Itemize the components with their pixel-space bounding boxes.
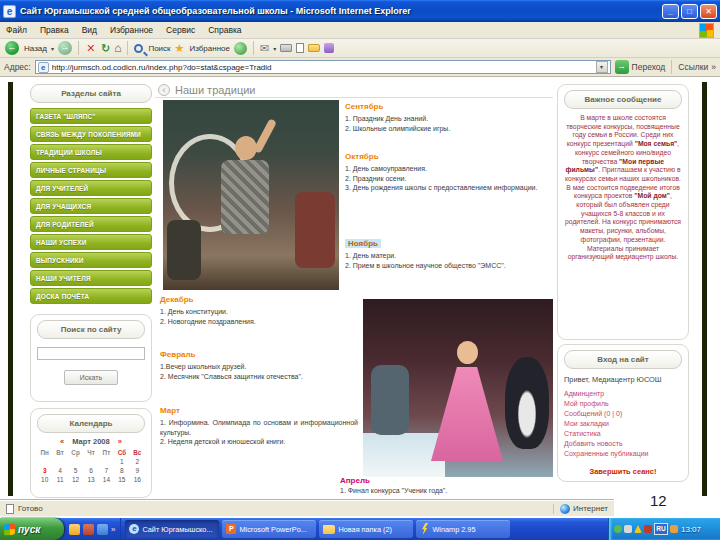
go-arrow-icon: → (615, 60, 629, 74)
task-ie-site[interactable]: e Сайт Юргамышско... (125, 520, 219, 538)
sidebar-item-dlya-uchaschihsya[interactable]: ДЛЯ УЧАЩИХСЯ (30, 198, 152, 214)
photo-figure (431, 367, 503, 461)
address-dropdown-icon[interactable]: ▾ (596, 61, 608, 73)
task-powerpoint[interactable]: P Microsoft PowerPo... (222, 520, 316, 538)
calendar-cell-today[interactable]: 3 (37, 467, 52, 474)
restore-button[interactable]: □ (681, 4, 698, 19)
menu-view[interactable]: Вид (82, 25, 97, 35)
calendar-cell[interactable]: 4 (52, 467, 67, 474)
menu-help[interactable]: Справка (208, 25, 241, 35)
calendar-cell[interactable]: 14 (99, 476, 114, 483)
link-saved-publications[interactable]: Сохраненные публикации (564, 449, 682, 459)
site-search-input[interactable] (37, 347, 145, 360)
calendar-cell[interactable]: 7 (99, 467, 114, 474)
menu-favorites[interactable]: Избранное (110, 25, 153, 35)
language-indicator[interactable]: RU (654, 523, 668, 535)
menu-edit[interactable]: Правка (40, 25, 69, 35)
site-search-button[interactable]: Искать (64, 370, 118, 385)
address-field[interactable]: e ▾ (35, 60, 611, 74)
tray-warning-icon[interactable] (634, 525, 642, 533)
mail-icon[interactable]: ✉ (260, 42, 269, 55)
back-label[interactable]: Назад (24, 44, 47, 53)
tray-icon[interactable] (644, 525, 652, 533)
close-button[interactable]: ✕ (700, 4, 717, 19)
sidebar-item-tradicii[interactable]: ТРАДИЦИИ ШКОЛЫ (30, 144, 152, 160)
favorites-label[interactable]: Избранное (189, 44, 230, 53)
sidebar-item-svyaz-pokoleniy[interactable]: СВЯЗЬ МЕЖДУ ПОКОЛЕНИЯМИ (30, 126, 152, 142)
tray-icon[interactable] (670, 525, 678, 533)
print-icon[interactable] (280, 44, 292, 52)
calendar-cell[interactable]: 6 (83, 467, 98, 474)
login-header: Вход на сайт (564, 350, 682, 369)
section-back-icon[interactable]: ‹ (158, 84, 170, 96)
link-admin-center[interactable]: Админцентр (564, 389, 682, 399)
photo-figure (167, 220, 201, 280)
folder-icon[interactable] (308, 44, 320, 52)
photo-figure (295, 192, 335, 268)
menu-file[interactable]: Файл (6, 25, 27, 35)
sidebar-item-vypuskniki[interactable]: ВЫПУСКНИКИ (30, 252, 152, 268)
calendar-header: Календарь (37, 414, 145, 433)
calendar-cell[interactable]: 12 (68, 476, 83, 483)
status-ready-text: Готово (18, 504, 43, 513)
tray-clock[interactable]: 13:07 (681, 525, 701, 534)
go-button[interactable]: → Переход (615, 60, 666, 74)
task-folder[interactable]: Новая папка (2) (319, 520, 413, 538)
link-statistics[interactable]: Статистика (564, 429, 682, 439)
stop-icon[interactable]: ✕ (85, 42, 97, 55)
calendar-cell[interactable]: 11 (52, 476, 67, 483)
calendar-cell[interactable]: 9 (130, 467, 145, 474)
link-messages[interactable]: Сообщений (0 | 0) (564, 409, 682, 419)
sidebar-item-dlya-uchiteley[interactable]: ДЛЯ УЧИТЕЛЕЙ (30, 180, 152, 196)
sidebar-item-doska-pochyota[interactable]: ДОСКА ПОЧЁТА (30, 288, 152, 304)
quick-launch-icon[interactable] (97, 524, 108, 535)
quick-launch-overflow-icon[interactable]: » (111, 525, 115, 534)
history-icon[interactable] (234, 42, 247, 55)
tray-icon[interactable] (614, 525, 622, 533)
start-button[interactable]: пуск (0, 518, 64, 540)
back-icon[interactable]: ← (5, 41, 19, 55)
sidebar-item-lichnye-stranicy[interactable]: ЛИЧНЫЕ СТРАНИЦЫ (30, 162, 152, 178)
refresh-icon[interactable]: ↻ (101, 42, 110, 55)
tradition-item: 1. Праздник День знаний. (345, 114, 553, 124)
tradition-item: 1. Финал конкурса "Ученик года". (340, 486, 555, 496)
back-dropdown-icon[interactable]: ▾ (51, 45, 54, 52)
ie-window-icon: e (3, 5, 16, 18)
logout-link[interactable]: Завершить сеанс! (564, 467, 682, 476)
messenger-icon[interactable] (324, 43, 334, 53)
tray-icon[interactable] (624, 525, 632, 533)
link-bookmarks[interactable]: Мои закладки (564, 419, 682, 429)
calendar-cell[interactable]: 15 (114, 476, 129, 483)
search-icon[interactable] (134, 44, 143, 53)
sidebar-item-dlya-roditeley[interactable]: ДЛЯ РОДИТЕЛЕЙ (30, 216, 152, 232)
quick-launch-icon[interactable] (83, 524, 94, 535)
calendar-cell[interactable]: 10 (37, 476, 52, 483)
sidebar-item-gazeta[interactable]: ГАЗЕТА "ШЛЯПС" (30, 108, 152, 124)
calendar-next-icon[interactable]: » (118, 437, 122, 446)
calendar-cell[interactable]: 16 (130, 476, 145, 483)
calendar-cell[interactable]: 8 (114, 467, 129, 474)
mail-dropdown-icon[interactable]: ▾ (273, 45, 276, 52)
links-button[interactable]: Ссылки » (678, 62, 716, 72)
calendar-cell[interactable]: 2 (130, 458, 145, 465)
calendar-cell (99, 458, 114, 465)
edit-page-icon[interactable] (296, 43, 304, 53)
favorites-star-icon[interactable]: ★ (175, 42, 185, 55)
menu-tools[interactable]: Сервис (166, 25, 195, 35)
minimize-button[interactable]: _ (662, 4, 679, 19)
link-my-profile[interactable]: Мой профиль (564, 399, 682, 409)
calendar-cell[interactable]: 1 (114, 458, 129, 465)
quick-launch-icon[interactable] (69, 524, 80, 535)
forward-icon[interactable]: → (58, 41, 72, 55)
home-icon[interactable]: ⌂ (114, 41, 121, 55)
calendar-prev-icon[interactable]: « (60, 437, 64, 446)
important-message-box: Важное сообщение В марте в школе состоят… (557, 84, 689, 340)
calendar-cell[interactable]: 13 (83, 476, 98, 483)
search-label[interactable]: Поиск (148, 44, 170, 53)
sidebar-item-nashi-uspehi[interactable]: НАШИ УСПЕХИ (30, 234, 152, 250)
task-winamp[interactable]: Winamp 2.95 (416, 520, 510, 538)
sidebar-item-nashi-uchitelya[interactable]: НАШИ УЧИТЕЛЯ (30, 270, 152, 286)
calendar-cell[interactable]: 5 (68, 467, 83, 474)
address-input[interactable] (52, 61, 593, 73)
link-add-news[interactable]: Добавить новость (564, 439, 682, 449)
